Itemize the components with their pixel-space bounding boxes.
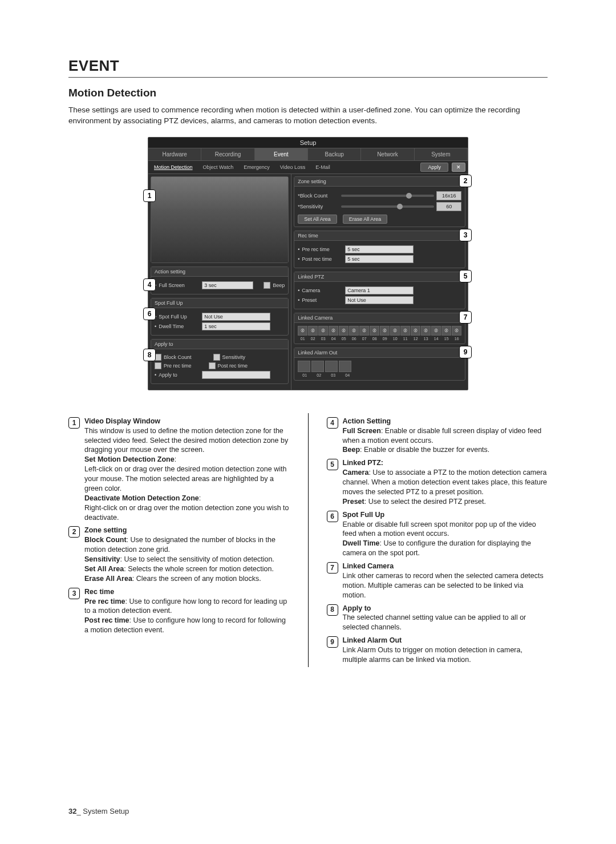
apply-to-select[interactable] [202, 371, 270, 379]
tab-event[interactable]: Event [255, 148, 308, 160]
linked-alarm-title: Linked Alarm Out [294, 348, 465, 358]
apply-to-panel: 8 Apply to Block Count Sensitivity Pre [151, 339, 289, 384]
ptz-preset-select[interactable]: Not Use [345, 296, 414, 304]
camera-label-09: 09 [380, 337, 390, 341]
full-screen-select[interactable]: 3 sec [202, 281, 253, 289]
sensitivity-slider[interactable] [341, 205, 434, 208]
camera-toggle-10[interactable]: ⦿ [390, 326, 400, 336]
linked-camera-panel: 7 Linked Camera ⦿⦿⦿⦿⦿⦿⦿⦿⦿⦿⦿⦿⦿⦿⦿⦿ 0102030… [294, 313, 465, 344]
section-heading: EVENT [68, 57, 548, 75]
ptz-camera-label: Camera [302, 288, 343, 293]
block-count-label: Block Count [164, 354, 192, 360]
callout-7: 7 [459, 311, 472, 324]
post-rec-check[interactable] [209, 362, 216, 369]
dwell-time-select[interactable]: 1 sec [202, 322, 270, 330]
d1-set-text: Left-click on or drag over the desired m… [84, 465, 290, 494]
camera-labels: 01020304050607080910111213141516 [298, 337, 461, 341]
callout-6: 6 [143, 308, 156, 320]
subtab-emergency[interactable]: Emergency [240, 163, 273, 171]
apply-button[interactable]: Apply [420, 163, 448, 172]
camera-toggle-11[interactable]: ⦿ [400, 326, 410, 336]
desc-item-4: 4 Action Setting Full Screen: Enable or … [327, 417, 548, 455]
column-divider [308, 413, 309, 667]
d2-block-b: Block Count [84, 536, 127, 544]
camera-toggle-15[interactable]: ⦿ [441, 326, 451, 336]
subsection-heading: Motion Detection [68, 87, 548, 99]
erase-all-area-button[interactable]: Erase All Area [343, 215, 388, 224]
tab-system[interactable]: System [415, 148, 468, 160]
d1-deact-text: Right-click on or drag over the motion d… [84, 503, 290, 523]
tab-recording[interactable]: Recording [201, 148, 254, 160]
desc-item-6: 6 Spot Full Up Enable or disable full sc… [327, 510, 548, 558]
tab-backup[interactable]: Backup [308, 148, 361, 160]
subtab-motion-detection[interactable]: Motion Detection [151, 163, 196, 171]
set-all-area-button[interactable]: Set All Area [298, 215, 337, 224]
pre-rec-check[interactable] [155, 362, 161, 369]
camera-toggle-07[interactable]: ⦿ [359, 326, 369, 336]
d2-erase: : Clears the screen of any motion blocks… [132, 575, 261, 583]
camera-toggle-16[interactable]: ⦿ [452, 326, 461, 336]
d1-deact-title: Deactivate Motion Detection Zone [84, 494, 199, 502]
camera-toggle-09[interactable]: ⦿ [380, 326, 390, 336]
alarm-toggle-04[interactable] [339, 361, 351, 372]
camera-label-13: 13 [421, 337, 431, 341]
camera-toggle-14[interactable]: ⦿ [431, 326, 441, 336]
ptz-preset-label: Preset [302, 297, 343, 303]
desc-item-8: 8 Apply to The selected channel setting … [327, 604, 548, 633]
tab-network[interactable]: Network [361, 148, 414, 160]
num-1-icon: 1 [68, 417, 80, 429]
camera-label-04: 04 [329, 337, 338, 341]
close-button[interactable]: ✕ [452, 163, 465, 172]
d1-set-title: Set Motion Detection Zone [84, 455, 175, 463]
dwell-time-label: Dwell Time [159, 324, 200, 329]
d4-beep-b: Beep [343, 446, 360, 454]
alarm-toggle-02[interactable] [311, 361, 324, 372]
camera-toggle-04[interactable]: ⦿ [329, 326, 338, 336]
camera-label-01: 01 [298, 337, 307, 341]
d5-cam: : Use to associate a PTZ to the motion d… [343, 469, 548, 496]
block-count-slider[interactable] [341, 195, 434, 197]
d8-text: The selected channel setting value can b… [343, 613, 548, 632]
footer-label: System Setup [81, 807, 129, 815]
d2-erase-b: Erase All Area [84, 575, 132, 583]
spot-full-up-select[interactable]: Not Use [202, 313, 270, 321]
subtab-video-loss[interactable]: Video Loss [277, 163, 309, 171]
subtab-email[interactable]: E-Mail [312, 163, 334, 171]
d6-dwell-b: Dwell Time [343, 539, 380, 547]
camera-toggle-03[interactable]: ⦿ [318, 326, 328, 336]
alarm-toggle-03[interactable] [325, 361, 338, 372]
pre-rec-label: Pre rec time [164, 363, 192, 369]
sensitivity-check[interactable] [213, 354, 220, 361]
d5-preset: : Use to select the desired PTZ preset. [364, 498, 486, 506]
desc-item-7: 7 Linked Camera Link other cameras to re… [327, 562, 548, 600]
alarm-label-03: 03 [326, 373, 340, 377]
video-display-window[interactable] [151, 177, 288, 263]
sub-tabs: Motion Detection Object Watch Emergency … [148, 161, 468, 174]
sensitivity-label: Sensitivity [222, 354, 246, 360]
camera-toggle-02[interactable]: ⦿ [308, 326, 318, 336]
desc-item-3: 3 Rec time Pre rec time: Use to configur… [68, 587, 290, 635]
camera-toggle-06[interactable]: ⦿ [349, 326, 359, 336]
pre-rec-time-select[interactable]: 5 sec [345, 245, 414, 253]
camera-toggle-08[interactable]: ⦿ [370, 326, 379, 336]
d2-title: Zone setting [84, 526, 290, 535]
camera-toggle-05[interactable]: ⦿ [339, 326, 348, 336]
d5-cam-b: Camera [343, 469, 369, 476]
tab-hardware[interactable]: Hardware [148, 148, 201, 160]
camera-toggle-13[interactable]: ⦿ [421, 326, 431, 336]
alarm-toggle-01[interactable] [298, 361, 310, 372]
linked-ptz-panel: 5 Linked PTZ •Camera Camera 1 •Preset No… [294, 272, 465, 309]
camera-grid: ⦿⦿⦿⦿⦿⦿⦿⦿⦿⦿⦿⦿⦿⦿⦿⦿ [298, 326, 461, 336]
callout-4: 4 [143, 278, 156, 291]
zone-setting-title: Zone setting [294, 177, 465, 187]
camera-toggle-01[interactable]: ⦿ [298, 326, 307, 336]
beep-label: Beep [273, 282, 285, 288]
post-rec-time-select[interactable]: 5 sec [345, 255, 414, 263]
ptz-camera-select[interactable]: Camera 1 [345, 286, 414, 294]
d3-title: Rec time [84, 587, 290, 597]
beep-checkbox[interactable] [264, 282, 270, 289]
subtab-object-watch[interactable]: Object Watch [200, 163, 237, 171]
camera-toggle-12[interactable]: ⦿ [411, 326, 420, 336]
d4-beep: : Enable or disable the buzzer for event… [360, 446, 489, 454]
num-4-icon: 4 [327, 417, 338, 429]
